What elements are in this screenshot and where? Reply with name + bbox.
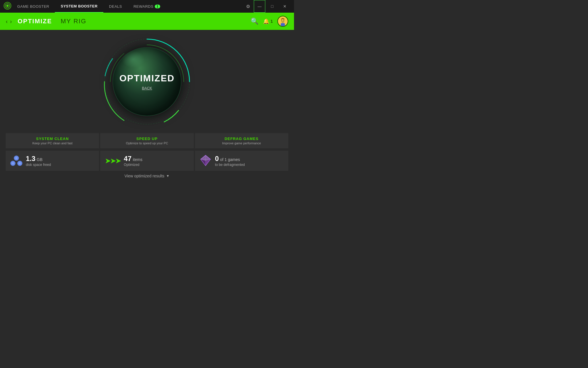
notification-button[interactable]: 🔔 1 — [263, 18, 273, 24]
gear-icon: ⚙ — [246, 4, 250, 9]
defrag-detail: 0 of 1 games to be defragmented — [195, 151, 288, 171]
defrag-header: DEFRAG GAMES Improve game performance — [195, 133, 288, 148]
view-results-label: View optimized results — [125, 174, 165, 178]
speed-up-subtitle: Optimize to speed up your PC — [105, 141, 189, 145]
window-controls: — □ ✕ — [254, 0, 291, 13]
system-clean-value: 1.3 — [26, 155, 35, 162]
tab-deals[interactable]: DEALS — [103, 0, 128, 13]
speed-up-label: Optimized — [124, 163, 142, 167]
chevron-down-icon: ▼ — [166, 174, 170, 178]
stat-details: 1.3 GB disk space freed ➤➤➤ 47 items Opt… — [6, 151, 288, 171]
defrag-title: DEFRAG GAMES — [200, 137, 284, 141]
minimize-button[interactable]: — — [254, 0, 265, 13]
system-clean-header: SYSTEM CLEAN Keep your PC clean and fast — [6, 133, 99, 148]
system-clean-unit: GB — [37, 157, 42, 162]
tab-system-booster[interactable]: SYSTEM BOOSTER — [55, 0, 103, 13]
speed-arrows-icon: ➤➤➤ — [105, 156, 120, 165]
search-button[interactable]: 🔍 — [251, 18, 258, 25]
tab-game-booster[interactable]: GAME BOOSTER — [11, 0, 55, 13]
bell-icon: 🔔 — [263, 18, 269, 24]
svg-point-2 — [6, 5, 9, 7]
nav-tabs: GAME BOOSTER SYSTEM BOOSTER DEALS REWARD… — [11, 0, 242, 13]
close-button[interactable]: ✕ — [279, 0, 291, 13]
system-clean-title: SYSTEM CLEAN — [10, 137, 94, 141]
app-logo[interactable] — [3, 2, 11, 11]
back-arrow-button[interactable]: ‹ — [6, 18, 8, 25]
speed-up-title: SPEED UP — [105, 137, 189, 141]
defrag-stats: 0 of 1 games to be defragmented — [215, 155, 245, 167]
svg-point-6 — [283, 20, 285, 21]
circles-icon — [10, 156, 22, 166]
diamond-icon — [200, 155, 212, 167]
defrag-value: 0 — [215, 155, 219, 162]
speed-up-detail: ➤➤➤ 47 items Optimized — [100, 151, 194, 171]
maximize-button[interactable]: □ — [266, 0, 278, 13]
minimize-icon: — — [258, 4, 262, 9]
speed-up-header: SPEED UP Optimize to speed up your PC — [100, 133, 194, 148]
nav-arrows: ‹ › — [6, 18, 12, 25]
header-right: 🔍 🔔 1 — [251, 16, 288, 27]
back-button[interactable]: BACK — [142, 86, 152, 90]
forward-arrow-button[interactable]: › — [10, 18, 12, 25]
view-results-button[interactable]: View optimized results ▼ — [6, 171, 288, 181]
speed-up-value: 47 — [124, 155, 131, 162]
settings-button[interactable]: ⚙ — [242, 0, 254, 13]
title-bar: GAME BOOSTER SYSTEM BOOSTER DEALS REWARD… — [0, 0, 294, 13]
stats-bar: SYSTEM CLEAN Keep your PC clean and fast… — [0, 133, 294, 184]
outer-ring: OPTIMIZED BACK — [101, 36, 193, 128]
stat-card-headers: SYSTEM CLEAN Keep your PC clean and fast… — [6, 133, 288, 148]
circle-container: OPTIMIZED BACK — [101, 30, 193, 133]
svg-rect-7 — [281, 23, 285, 26]
defrag-label: to be defragmented — [215, 163, 245, 167]
system-clean-stats: 1.3 GB disk space freed — [26, 155, 51, 167]
optimized-label: OPTIMIZED — [119, 73, 175, 84]
main-content: OPTIMIZED BACK SYSTEM CLEAN Keep your PC… — [0, 30, 294, 184]
user-avatar[interactable] — [277, 16, 288, 27]
maximize-icon: □ — [271, 4, 273, 9]
close-icon: ✕ — [283, 4, 287, 9]
speed-up-stats: 47 items Optimized — [124, 155, 142, 167]
notification-count: 1 — [270, 19, 273, 24]
rewards-badge: 1 — [155, 5, 160, 8]
sub-nav: OPTIMIZE MY RIG — [18, 18, 251, 25]
defrag-unit: of 1 games — [220, 157, 240, 162]
sub-nav-my-rig[interactable]: MY RIG — [61, 18, 86, 25]
svg-point-5 — [281, 20, 283, 21]
defrag-subtitle: Improve game performance — [200, 141, 284, 145]
system-clean-subtitle: Keep your PC clean and fast — [10, 141, 94, 145]
system-clean-label: disk space freed — [26, 163, 51, 167]
sub-nav-optimize[interactable]: OPTIMIZE — [18, 18, 52, 25]
system-clean-detail: 1.3 GB disk space freed — [6, 151, 99, 171]
sub-header: ‹ › OPTIMIZE MY RIG 🔍 🔔 1 — [0, 13, 294, 30]
tab-rewards[interactable]: REWARDS 1 — [128, 0, 166, 13]
speed-up-unit: items — [133, 157, 142, 162]
optimized-circle[interactable]: OPTIMIZED BACK — [113, 47, 181, 116]
